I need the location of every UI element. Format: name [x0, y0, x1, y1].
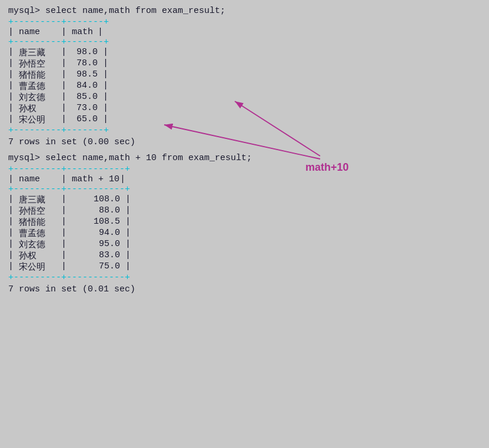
terminal: mysql> select name,math from exam_result… [8, 6, 481, 294]
table-row: | 唐三藏| 98.0 | [8, 47, 481, 58]
table2-pipe1: | [8, 174, 19, 184]
table-row: | 孙权| 73.0 | [8, 103, 481, 114]
table-row: | 唐三藏| 108.0 | [8, 194, 481, 205]
prompt2: mysql> [8, 153, 45, 163]
table1-header-name: name [19, 27, 61, 37]
table-row: | 猪悟能| 98.5 | [8, 69, 481, 81]
table1-pipe1: | [8, 27, 19, 37]
prompt1: mysql> [8, 6, 45, 16]
table2-pipe2: | [61, 174, 72, 184]
table-row: | 曹孟德| 84.0 | [8, 81, 481, 92]
table1-border-header: +---------+-------+ [8, 37, 481, 47]
table1-header: | name | math | [8, 27, 481, 37]
table2-rows: | 唐三藏| 108.0 || 孙悟空| 88.0 || 猪悟能| 108.5 … [8, 194, 481, 273]
table1-border-top: +---------+-------+ [8, 17, 481, 27]
table2-pipe3: | [120, 174, 125, 184]
table1-border-bottom: +---------+-------+ [8, 125, 481, 135]
result1: 7 rows in set (0.00 sec) [8, 137, 481, 147]
table2-border-bottom: +---------+-----------+ [8, 273, 481, 283]
table2-header: | name | math + 10 | [8, 174, 481, 184]
table2-header-name: name [19, 174, 61, 184]
sql1: select name,math from exam_result; [45, 6, 225, 16]
table1-header-math: math [72, 27, 98, 37]
table-row: | 孙悟空| 88.0 | [8, 205, 481, 217]
query2-section: mysql> select name,math + 10 from exam_r… [8, 153, 481, 294]
table2-border-top: +---------+-----------+ [8, 164, 481, 174]
table1-rows: | 唐三藏| 98.0 || 孙悟空| 78.0 || 猪悟能| 98.5 ||… [8, 47, 481, 125]
result2: 7 rows in set (0.01 sec) [8, 284, 481, 294]
table-row: | 猪悟能| 108.5 | [8, 217, 481, 228]
table-row: | 孙悟空| 78.0 | [8, 58, 481, 69]
sql2: select name,math + 10 from exam_result; [45, 153, 252, 163]
table-row: | 孙权| 83.0 | [8, 250, 481, 261]
table1-pipe3: | [98, 27, 103, 37]
table-row: | 宋公明| 75.0 | [8, 261, 481, 273]
query1-line: mysql> select name,math from exam_result… [8, 6, 481, 16]
table-row: | 刘玄德| 95.0 | [8, 239, 481, 250]
table2-border-header: +---------+-----------+ [8, 184, 481, 194]
table-row: | 曹孟德| 94.0 | [8, 228, 481, 239]
table-row: | 宋公明| 65.0 | [8, 114, 481, 125]
table1-pipe2: | [61, 27, 72, 37]
table-row: | 刘玄德| 85.0 | [8, 92, 481, 103]
table2-header-math: math + 10 [72, 174, 120, 184]
query1-section: mysql> select name,math from exam_result… [8, 6, 481, 147]
query2-line: mysql> select name,math + 10 from exam_r… [8, 153, 481, 163]
